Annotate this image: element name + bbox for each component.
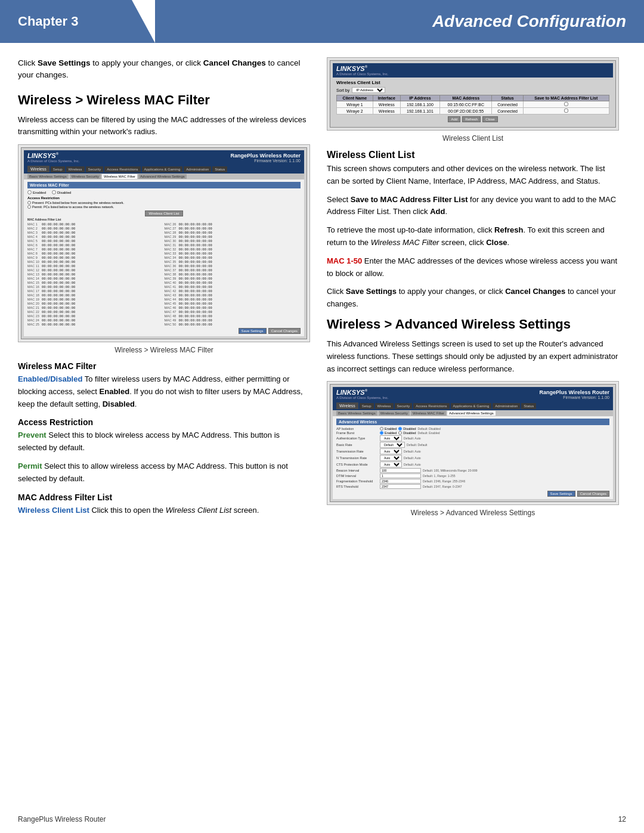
nav-security[interactable]: Security: [86, 166, 104, 172]
save-settings-btn[interactable]: Save Settings: [239, 328, 267, 334]
ap-note: Default: Disabled: [418, 427, 609, 431]
adv-nav-security[interactable]: Security: [395, 403, 413, 409]
fb-enabled-radio[interactable]: [380, 431, 383, 435]
adv-cts-note: Default: Auto: [404, 463, 609, 466]
nav-access[interactable]: Access Restrictions: [104, 166, 140, 172]
nav-status[interactable]: Status: [212, 166, 227, 172]
adv-auth-note: Default: Auto: [404, 436, 609, 440]
client-list-screenshot: LINKSYS® A Division of Cisco Systems, In…: [327, 57, 619, 131]
c2-ip: 192.168.1.101: [400, 108, 439, 114]
sortby-label: Sort by: [336, 88, 349, 92]
adv-nav-setup[interactable]: Setup: [360, 403, 374, 409]
permit-label: Permit: [18, 462, 42, 470]
advanced-wireless-heading: Wireless > Advanced Wireless Settings: [327, 317, 619, 332]
add-btn[interactable]: Add: [448, 116, 460, 122]
fb-disabled-radio[interactable]: [398, 431, 402, 435]
sortby-select[interactable]: IP Address: [352, 87, 385, 93]
adv-br-select[interactable]: Default: [380, 442, 405, 448]
nav-wireless2[interactable]: Wireless: [66, 166, 85, 172]
adv-nav-apps[interactable]: Applications & Gaming: [451, 403, 492, 409]
nav-apps[interactable]: Applications & Gaming: [142, 166, 183, 172]
mac-row-33: MAC 3300:00:00:00:00:00: [165, 252, 301, 255]
mac-row-42: MAC 4200:00:00:00:00:00: [165, 289, 301, 293]
nav-setup[interactable]: Setup: [51, 166, 65, 172]
adv-save-btn[interactable]: Save Settings: [547, 491, 575, 497]
ap-disabled-radio[interactable]: [398, 427, 402, 431]
adv-rts-input[interactable]: [380, 484, 421, 489]
prevent-para-text: Select this to block wireless access by …: [18, 431, 280, 452]
col-mac: MAC Address: [440, 95, 492, 101]
wireless-mac-filter-heading: Wireless > Wireless MAC Filter: [18, 92, 310, 108]
adv-ntx-select[interactable]: Auto: [380, 455, 402, 461]
adv-cts-select[interactable]: Auto: [380, 462, 402, 467]
adv-frag-note: Default: 2346, Range: 255-2346: [423, 479, 609, 483]
main-content: Click Save Settings to apply your change…: [0, 43, 644, 534]
c2-save[interactable]: [523, 108, 609, 114]
adv-nav-wireless[interactable]: Wireless: [375, 403, 394, 409]
mac-row-13: MAC 1300:00:00:00:00:00: [27, 272, 164, 276]
adv-linksys-logo: LINKSYS®: [336, 389, 388, 396]
mac-row-29: MAC 2900:00:00:00:00:00: [165, 235, 301, 239]
enabled-label[interactable]: Enabled: [27, 190, 46, 194]
nav-wireless[interactable]: Wireless: [27, 166, 49, 172]
adv-tx-select[interactable]: Auto: [380, 448, 402, 454]
mac-row-4: MAC 400:00:00:00:00:00: [27, 235, 164, 239]
disabled-radio[interactable]: [52, 190, 56, 194]
adv-auth-select[interactable]: Auto: [380, 435, 402, 441]
adv-nav-status[interactable]: Status: [521, 403, 536, 409]
wireless-client-list-btn[interactable]: Wireless Client List: [145, 210, 182, 216]
fb-note: Default: Enabled: [418, 431, 609, 435]
prevent-para: Prevent Select this to block wireless ac…: [18, 429, 310, 454]
ap-disabled-label[interactable]: Disabled: [398, 427, 416, 431]
fb-enabled-label[interactable]: Enabled: [380, 431, 397, 435]
adv-sub-security[interactable]: Wireless Security: [379, 411, 410, 416]
ap-enabled-label[interactable]: Enabled: [380, 427, 397, 431]
sub-security[interactable]: Wireless Security: [70, 174, 101, 179]
sub-mac[interactable]: Wireless MAC Filter: [102, 174, 137, 179]
adv-ap-isolation: AP Isolation Enabled Disabled Default: D…: [336, 427, 609, 431]
adv-router-screen: LINKSYS® A Division of Cisco Systems, In…: [330, 384, 616, 502]
close-btn[interactable]: Close: [482, 116, 497, 122]
enabled-disabled-para: Enabled/Disabled To filter wireless user…: [18, 373, 310, 410]
mac-filter-subheading: Wireless MAC Filter: [18, 361, 310, 371]
adv-basic-rate: Basic Rate Default Default: Default: [336, 442, 609, 448]
enabled-disabled-row: Enabled Disabled: [27, 190, 301, 194]
mac-row-16: MAC 1600:00:00:00:00:00: [27, 285, 164, 289]
chapter-label: Chapter 3: [0, 0, 155, 43]
sub-advanced[interactable]: Advanced Wireless Settings: [138, 174, 187, 179]
adv-nav-admin[interactable]: Administration: [493, 403, 520, 409]
adv-nav-wireless[interactable]: Wireless: [336, 402, 358, 409]
adv-nav-access[interactable]: Access Restrictions: [413, 403, 449, 409]
adv-beacon-input[interactable]: [380, 468, 421, 473]
sub-basic[interactable]: Basic Wireless Settings: [27, 174, 69, 179]
adv-cancel-btn[interactable]: Cancel Changes: [577, 491, 609, 497]
cancel-changes-btn[interactable]: Cancel Changes: [268, 328, 301, 334]
adv-sub-mac[interactable]: Wireless MAC Filter: [411, 411, 446, 416]
prevent-radio[interactable]: [27, 201, 31, 205]
refresh-btn[interactable]: Refresh: [462, 116, 481, 122]
mac-row-44: MAC 4400:00:00:00:00:00: [165, 298, 301, 301]
c2-name: Wiraye 2: [337, 108, 373, 114]
disabled-label[interactable]: Disabled: [52, 190, 71, 194]
wcl-close-end: .: [507, 238, 510, 247]
wcl-save-pre: Select: [327, 195, 351, 204]
adv-auth-type: Authentication Type Auto Default: Auto: [336, 435, 609, 441]
mac-row-5: MAC 500:00:00:00:00:00: [27, 239, 164, 243]
wcl-text2: screen.: [231, 506, 259, 515]
adv-frag-input[interactable]: [380, 479, 421, 484]
wcl-label: Wireless Client List: [18, 506, 89, 515]
adv-dtim-input[interactable]: [380, 473, 421, 478]
adv-sub-basic[interactable]: Basic Wireless Settings: [336, 411, 377, 416]
permit-radio[interactable]: [27, 205, 31, 209]
linksys-sub: A Division of Cisco Systems, Inc.: [27, 159, 79, 163]
prevent-text: Prevent: PCs listed below from accessing…: [32, 201, 124, 205]
c1-save[interactable]: [523, 101, 609, 108]
fb-disabled-label[interactable]: Disabled: [398, 431, 416, 435]
ap-enabled-radio[interactable]: [380, 427, 383, 431]
enabled-radio[interactable]: [27, 190, 32, 194]
adv-sub-advanced[interactable]: Advanced Wireless Settings: [447, 411, 496, 416]
access-restriction-label: Access Restriction: [27, 196, 301, 200]
wcl-refresh-pre: To retrieve the most up-to-date informat…: [327, 225, 494, 234]
adv-dtim-label: DTIM Interval: [336, 474, 378, 478]
nav-admin[interactable]: Administration: [184, 166, 211, 172]
